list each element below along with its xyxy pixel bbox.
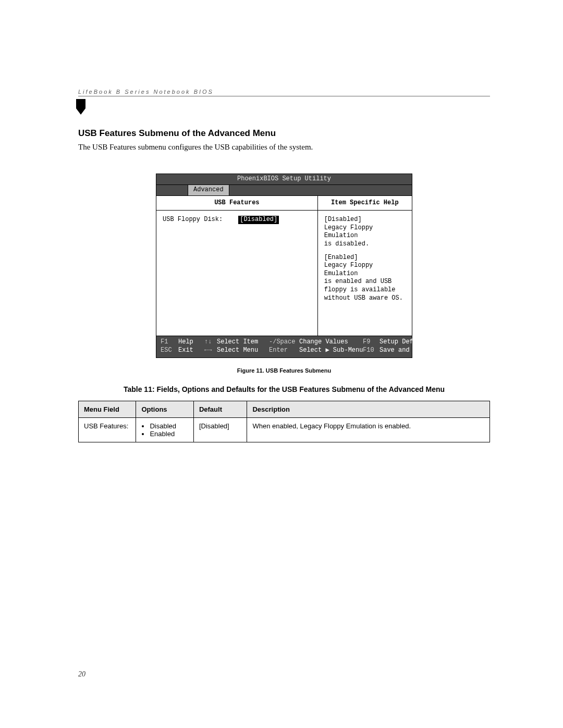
footer-label: Exit bbox=[178, 347, 202, 355]
help-line: [Disabled] bbox=[324, 216, 362, 223]
help-line: Legacy Floppy Emulation bbox=[324, 262, 373, 277]
page-number: 20 bbox=[78, 670, 85, 678]
bios-right-header: Item Specific Help bbox=[318, 196, 412, 211]
bios-left-pane: USB Features USB Floppy Disk: [Disabled] bbox=[156, 196, 318, 336]
help-line: [Enabled] bbox=[324, 254, 358, 261]
bios-field-label: USB Floppy Disk: bbox=[163, 216, 223, 224]
bios-help-text: [Disabled] Legacy Floppy Emulation is di… bbox=[318, 211, 412, 336]
td-options: Disabled Enabled bbox=[136, 418, 193, 442]
td-default: [Disabled] bbox=[193, 418, 247, 442]
footer-key: Enter bbox=[269, 347, 297, 355]
footer-key: ←→ bbox=[204, 347, 215, 355]
figure-caption: Figure 11. USB Features Submenu bbox=[78, 367, 490, 374]
bios-tab-row: Advanced bbox=[156, 185, 412, 196]
footer-key: F1 bbox=[161, 338, 176, 347]
bios-field-row: USB Floppy Disk: [Disabled] bbox=[163, 216, 311, 224]
bios-right-pane: Item Specific Help [Disabled] Legacy Flo… bbox=[318, 196, 412, 336]
options-table: Menu Field Options Default Description U… bbox=[78, 401, 490, 442]
footer-label: Save and Exit bbox=[380, 347, 429, 355]
th-menu-field: Menu Field bbox=[79, 401, 136, 418]
bios-footer-row-2: ESC Exit ←→ Select Menu Enter Select ▶ S… bbox=[161, 347, 408, 355]
help-line: is enabled and USB bbox=[324, 278, 392, 285]
th-default: Default bbox=[193, 401, 247, 418]
help-line: Legacy Floppy Emulation bbox=[324, 224, 373, 240]
tab-pointer-icon bbox=[76, 99, 85, 115]
footer-label: Setup Defaults bbox=[380, 338, 432, 347]
footer-label: Select Item bbox=[217, 338, 267, 347]
footer-key: ↑↓ bbox=[204, 338, 215, 347]
section-title: USB Features Submenu of the Advanced Men… bbox=[78, 128, 490, 139]
table-row: USB Features: Disabled Enabled [Disabled… bbox=[79, 418, 490, 442]
bios-tab-advanced: Advanced bbox=[188, 184, 229, 195]
help-line: floppy is available bbox=[324, 286, 396, 293]
bios-left-header: USB Features bbox=[156, 196, 317, 211]
help-line: without USB aware OS. bbox=[324, 294, 403, 302]
content-column: LifeBook B Series Notebook BIOS USB Feat… bbox=[78, 89, 490, 442]
footer-key: ESC bbox=[161, 347, 176, 355]
td-menu-field: USB Features: bbox=[79, 418, 136, 442]
bios-body: USB Features USB Floppy Disk: [Disabled]… bbox=[156, 196, 412, 337]
running-header: LifeBook B Series Notebook BIOS bbox=[78, 89, 490, 95]
page: LifeBook B Series Notebook BIOS USB Feat… bbox=[0, 0, 563, 728]
option-item: Enabled bbox=[150, 430, 188, 438]
bios-footer: F1 Help ↑↓ Select Item -/Space Change Va… bbox=[156, 336, 412, 357]
option-item: Disabled bbox=[150, 422, 188, 430]
help-line: is disabled. bbox=[324, 240, 369, 248]
table-caption: Table 11: Fields, Options and Defaults f… bbox=[78, 385, 490, 393]
bios-screenshot: PhoenixBIOS Setup Utility Advanced USB F… bbox=[156, 174, 412, 358]
header-rule bbox=[78, 96, 490, 96]
footer-key: F9 bbox=[363, 338, 377, 347]
bios-footer-row-1: F1 Help ↑↓ Select Item -/Space Change Va… bbox=[161, 338, 408, 347]
th-description: Description bbox=[247, 401, 490, 418]
bios-titlebar: PhoenixBIOS Setup Utility bbox=[156, 174, 412, 185]
footer-label: Select Menu bbox=[217, 347, 267, 355]
th-options: Options bbox=[136, 401, 193, 418]
bios-field-value: [Disabled] bbox=[238, 216, 279, 224]
td-description: When enabled, Legacy Floppy Emulation is… bbox=[247, 418, 490, 442]
section-intro: The USB Features submenu configures the … bbox=[78, 142, 490, 153]
footer-label: Select ▶ Sub-Menu bbox=[299, 347, 361, 355]
footer-key: F10 bbox=[363, 347, 377, 355]
bios-left-content: USB Floppy Disk: [Disabled] bbox=[156, 211, 317, 336]
table-header-row: Menu Field Options Default Description bbox=[79, 401, 490, 418]
footer-label: Help bbox=[178, 338, 202, 347]
footer-label: Change Values bbox=[299, 338, 361, 347]
footer-key: -/Space bbox=[269, 338, 297, 347]
